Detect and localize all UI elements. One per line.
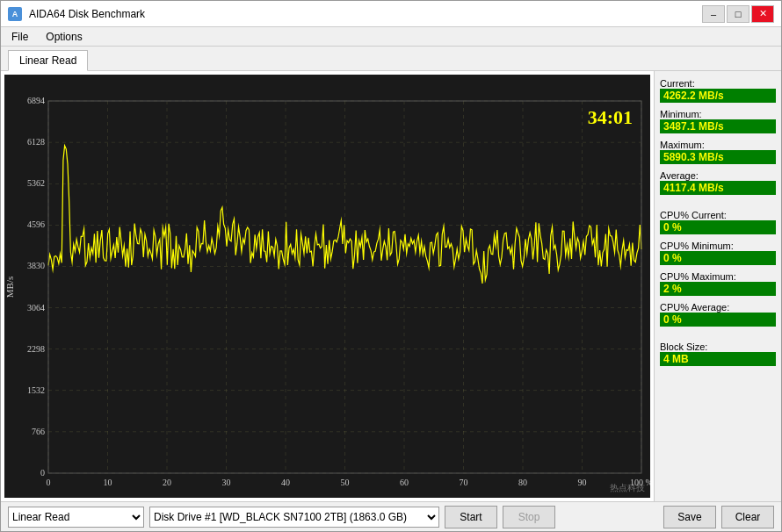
watermark: 热点科技: [610, 482, 645, 494]
stop-button[interactable]: Stop: [503, 506, 555, 528]
cpu-average-value: 0 %: [660, 313, 776, 327]
current-label: Current:: [660, 78, 776, 89]
menu-options[interactable]: Options: [39, 29, 89, 45]
block-size-label: Block Size:: [660, 341, 776, 352]
chart-panel: 热点科技: [1, 71, 654, 501]
minimize-button[interactable]: –: [702, 5, 725, 23]
drive-select[interactable]: Disk Drive #1 [WD_BLACK SN7100 2TB] (186…: [149, 507, 439, 528]
bottom-bar: Linear Read Disk Drive #1 [WD_BLACK SN71…: [1, 501, 781, 531]
title-bar: A AIDA64 Disk Benchmark – □ ✕: [1, 1, 781, 27]
tab-linear-read[interactable]: Linear Read: [8, 50, 88, 71]
stat-cpu-current: CPU% Current: 0 %: [660, 210, 776, 234]
maximize-button[interactable]: □: [727, 5, 749, 23]
cpu-current-label: CPU% Current:: [660, 210, 776, 220]
cpu-minimum-label: CPU% Minimum:: [660, 241, 776, 251]
stat-minimum: Minimum: 3487.1 MB/s: [660, 109, 776, 133]
stat-cpu-minimum: CPU% Minimum: 0 %: [660, 241, 776, 265]
chart-container: 热点科技: [4, 75, 650, 498]
right-panel: Current: 4262.2 MB/s Minimum: 3487.1 MB/…: [654, 71, 781, 501]
stat-current: Current: 4262.2 MB/s: [660, 78, 776, 103]
window-title: AIDA64 Disk Benchmark: [29, 8, 145, 20]
start-button[interactable]: Start: [445, 506, 497, 528]
stat-block-size: Block Size: 4 MB: [660, 341, 776, 366]
average-value: 4117.4 MB/s: [660, 181, 776, 195]
average-label: Average:: [660, 170, 776, 181]
maximum-value: 5890.3 MB/s: [660, 150, 776, 164]
menu-file[interactable]: File: [4, 29, 35, 45]
cpu-maximum-value: 2 %: [660, 282, 776, 296]
cpu-average-label: CPU% Average:: [660, 302, 776, 313]
tabs-bar: Linear Read: [1, 47, 781, 71]
minimum-label: Minimum:: [660, 109, 776, 119]
benchmark-chart: [4, 75, 650, 498]
current-value: 4262.2 MB/s: [660, 89, 776, 103]
clear-button[interactable]: Clear: [721, 506, 774, 528]
block-size-value: 4 MB: [660, 352, 776, 366]
title-bar-left: A AIDA64 Disk Benchmark: [8, 7, 145, 21]
test-select[interactable]: Linear Read: [8, 507, 144, 528]
close-button[interactable]: ✕: [751, 5, 774, 23]
stat-average: Average: 4117.4 MB/s: [660, 170, 776, 195]
title-controls: – □ ✕: [702, 5, 774, 23]
app-icon: A: [8, 7, 22, 21]
stat-cpu-average: CPU% Average: 0 %: [660, 302, 776, 327]
cpu-maximum-label: CPU% Maximum:: [660, 271, 776, 282]
main-area: 热点科技 Current: 4262.2 MB/s Minimum: 3487.…: [1, 71, 781, 501]
cpu-minimum-value: 0 %: [660, 251, 776, 265]
main-window: A AIDA64 Disk Benchmark – □ ✕ File Optio…: [0, 0, 782, 532]
maximum-label: Maximum:: [660, 140, 776, 150]
minimum-value: 3487.1 MB/s: [660, 119, 776, 133]
save-button[interactable]: Save: [663, 506, 716, 528]
cpu-current-value: 0 %: [660, 220, 776, 234]
stat-cpu-maximum: CPU% Maximum: 2 %: [660, 271, 776, 296]
menu-bar: File Options: [1, 27, 781, 47]
stat-maximum: Maximum: 5890.3 MB/s: [660, 140, 776, 164]
